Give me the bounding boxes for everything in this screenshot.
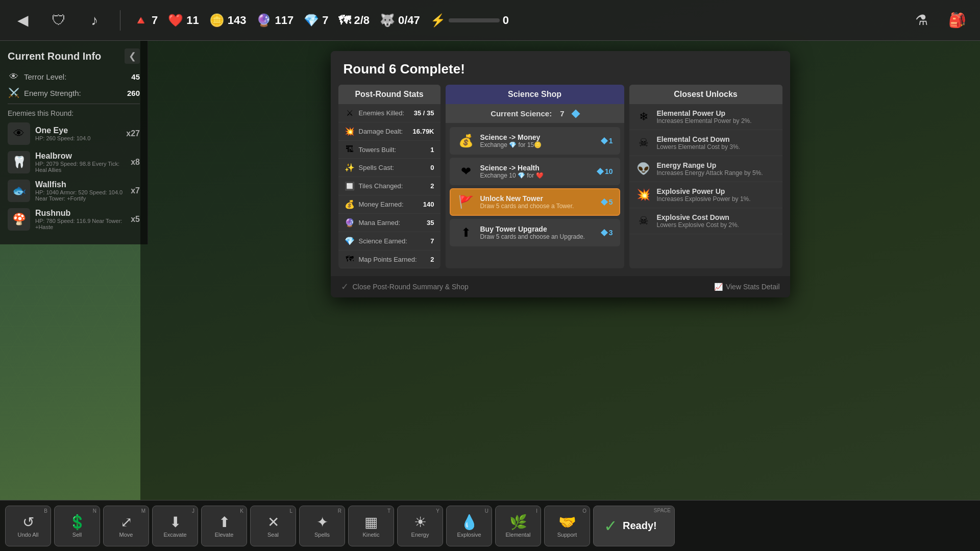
stat-attack: 🔺 7 xyxy=(133,13,158,28)
toolbar-btn-excavate[interactable]: J ⬇ Excavate xyxy=(152,506,198,546)
close-button[interactable]: ✓ Close Post-Round Summary & Shop xyxy=(341,281,469,292)
shop-item-title: Science -> Money xyxy=(480,133,597,141)
modal-header: Round 6 Complete! xyxy=(331,51,790,85)
toolbar-btn-move[interactable]: M ⤢ Move xyxy=(103,506,149,546)
money-icon: 🪙 xyxy=(209,13,225,28)
toolbar-btn-support[interactable]: O 🤝 Support xyxy=(544,506,590,546)
stat-row: 💰 Money Earned: 140 xyxy=(338,195,440,214)
stat-row-label: Mana Earned: xyxy=(359,219,423,227)
unlock-item-0: ❄ Elemental Power Up Increases Elemental… xyxy=(629,104,782,130)
unlock-desc: Increases Energy Attack Range by 5%. xyxy=(657,169,776,177)
unlock-title: Explosive Cost Down xyxy=(657,213,776,221)
stat-health: ❤️ 11 xyxy=(168,13,199,28)
unlock-title: Explosive Power Up xyxy=(657,187,776,195)
toolbar-btn-elevate[interactable]: K ⬆ Elevate xyxy=(201,506,247,546)
toolbar-btn-explosive[interactable]: U 💧 Explosive xyxy=(446,506,492,546)
shop-item-cost: 5 xyxy=(602,198,613,206)
one-eye-stats: HP: 260 Speed: 104.0 xyxy=(35,135,121,141)
back-button[interactable]: ◀ xyxy=(10,8,36,33)
stat-row: ⚔ Enemies Killed: 35 / 35 xyxy=(338,104,440,122)
unlock-info: Explosive Power Up Increases Explosive P… xyxy=(657,187,776,203)
enemies-icon: 🐺 xyxy=(380,13,395,28)
stat-row: 💎 Science Earned: 7 xyxy=(338,232,440,251)
one-eye-info: One Eye HP: 260 Speed: 104.0 xyxy=(35,126,121,141)
shop-item-2[interactable]: 🚩 Unlock New Tower Draw 5 cards and choo… xyxy=(450,188,620,216)
attack-icon: 🔺 xyxy=(133,13,149,28)
rushnub-info: Rushnub HP: 780 Speed: 116.9 Near Tower:… xyxy=(35,209,126,230)
view-stats-detail-button[interactable]: 📈 View Stats Detail xyxy=(714,283,780,291)
stat-row-label: Map Points Earned: xyxy=(359,256,427,263)
toolbar-btn-label: Spells xyxy=(314,532,330,538)
unlock-item-1: ☠ Elemental Cost Down Lowers Elemental C… xyxy=(629,130,782,156)
cost-value: 1 xyxy=(609,137,613,145)
rushnub-icon: 🍄 xyxy=(8,208,30,231)
toolbar-btn-seal[interactable]: L ✕ Seal xyxy=(250,506,296,546)
enemies-value: 0/47 xyxy=(398,14,420,27)
toolbar-btn-undo-all[interactable]: B ↺ Undo All xyxy=(5,506,51,546)
shop-item-icon: 💰 xyxy=(457,134,475,148)
modal-title: Round 6 Complete! xyxy=(344,61,777,77)
unlock-item-2: 👽 Energy Range Up Increases Energy Attac… xyxy=(629,156,782,182)
shop-item-title: Unlock New Tower xyxy=(480,194,597,203)
toolbar-btn-icon: ⤢ xyxy=(120,514,132,531)
toolbar-btn-elemental[interactable]: I 🌿 Elemental xyxy=(495,506,541,546)
bag-button[interactable]: 🎒 xyxy=(944,8,970,33)
sidebar-collapse-button[interactable]: ❮ xyxy=(125,48,140,64)
toolbar-btn-energy[interactable]: Y ☀ Energy xyxy=(397,506,443,546)
flask-button[interactable]: ⚗ xyxy=(909,8,934,33)
unlock-title: Elemental Power Up xyxy=(657,109,776,117)
science-diamond-icon xyxy=(571,109,580,118)
unlock-title: Elemental Cost Down xyxy=(657,135,776,143)
music-icon[interactable]: ♪ xyxy=(82,8,107,33)
unlock-item-3: 💥 Explosive Power Up Increases Explosive… xyxy=(629,182,782,208)
modal-content: Post-Round Stats ⚔ Enemies Killed: 35 / … xyxy=(331,85,790,276)
shop-item-0[interactable]: 💰 Science -> Money Exchange 💎 for 15🪙 1 xyxy=(450,127,620,155)
toolbar-btn-label: Seal xyxy=(267,532,279,538)
energy-value: 0 xyxy=(503,14,509,27)
stat-money: 🪙 143 xyxy=(209,13,247,28)
ready-button[interactable]: ✓ Ready! SPACE xyxy=(593,506,675,546)
stat-row-label: Money Earned: xyxy=(359,201,419,208)
toolbar-btn-key: I xyxy=(536,508,537,514)
divider-1 xyxy=(120,10,120,31)
shop-item-desc: Draw 5 cards and choose an Upgrade. xyxy=(480,233,597,240)
shop-item-info: Buy Tower Upgrade Draw 5 cards and choos… xyxy=(480,225,597,240)
healbrow-stats: HP: 2079 Speed: 98.8 Every Tick: Heal Al… xyxy=(35,161,126,173)
one-eye-count: x27 xyxy=(126,129,140,138)
stat-row-icon: 💎 xyxy=(345,236,355,246)
post-round-stats-header: Post-Round Stats xyxy=(338,85,440,104)
shop-item-icon: ❤ xyxy=(457,164,475,179)
toolbar-btn-label: Energy xyxy=(411,532,429,538)
wallfish-icon: 🐟 xyxy=(8,180,30,202)
shield-icon[interactable]: 🛡 xyxy=(46,8,71,33)
ready-button-wrapper: ✓ Ready! SPACE xyxy=(593,506,675,546)
toolbar-btn-key: T xyxy=(387,508,390,514)
science-number: 7 xyxy=(560,109,564,118)
stat-enemies: 🐺 0/47 xyxy=(380,13,420,28)
shop-item-3[interactable]: ⬆ Buy Tower Upgrade Draw 5 cards and cho… xyxy=(450,219,620,246)
toolbar-btn-spells[interactable]: R ✦ Spells xyxy=(299,506,345,546)
stat-row-icon: 🗺 xyxy=(345,255,355,264)
toolbar-btn-icon: ⬆ xyxy=(218,514,230,531)
ready-check-icon: ✓ xyxy=(604,516,618,536)
shop-item-info: Science -> Money Exchange 💎 for 15🪙 xyxy=(480,133,597,148)
stats-detail-label: View Stats Detail xyxy=(726,283,780,291)
stat-science: 💎 7 xyxy=(304,13,328,28)
toolbar-btn-key: J xyxy=(192,508,194,514)
map-value: 2/8 xyxy=(354,14,370,27)
shop-item-1[interactable]: ❤ Science -> Health Exchange 10 💎 for ❤️… xyxy=(450,158,620,185)
cost-value: 3 xyxy=(609,229,613,237)
stat-map: 🗺 2/8 xyxy=(338,13,370,28)
one-eye-icon: 👁 xyxy=(8,122,30,145)
toolbar-btn-sell[interactable]: N 💲 Sell xyxy=(54,506,100,546)
unlock-info: Explosive Cost Down Lowers Explosive Cos… xyxy=(657,213,776,229)
stat-row-value: 2 xyxy=(430,256,434,263)
stat-row-value: 35 / 35 xyxy=(414,109,434,117)
modal-container: Round 6 Complete! Post-Round Stats ⚔ Ene… xyxy=(331,51,790,297)
stat-row-label: Science Earned: xyxy=(359,237,427,245)
healbrow-info: Healbrow HP: 2079 Speed: 98.8 Every Tick… xyxy=(35,152,126,173)
toolbar-btn-key: K xyxy=(240,508,243,514)
terror-icon: 👁 xyxy=(8,71,20,82)
mana-value: 117 xyxy=(275,14,293,27)
toolbar-btn-kinetic[interactable]: T ▦ Kinetic xyxy=(348,506,394,546)
